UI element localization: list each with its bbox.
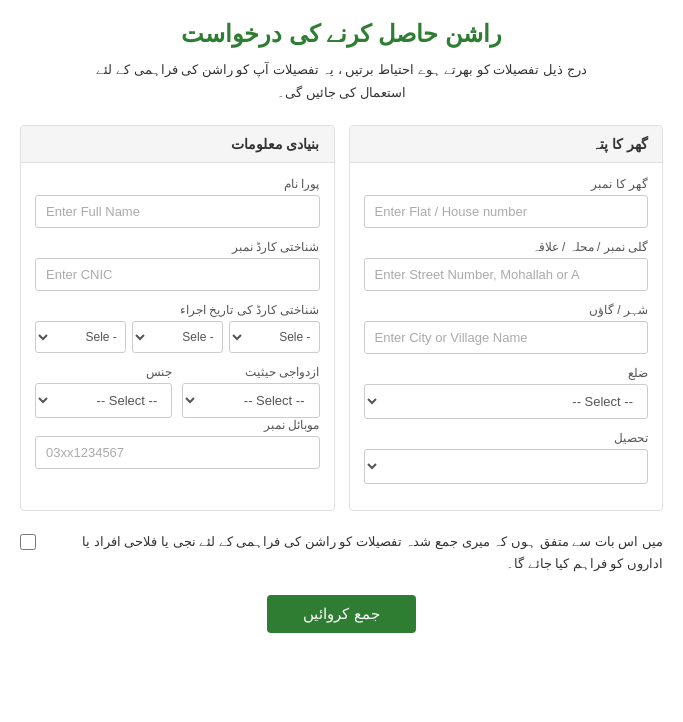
mobile-label: موبائل نمبر [35,418,320,432]
dob-day-select[interactable]: - Sele [229,321,320,353]
mobile-field-group: موبائل نمبر [35,418,320,469]
street-label: گلی نمبر / محلہ / علاقہ [364,240,649,254]
street-input[interactable] [364,258,649,291]
address-card: گھر کا پتہ گھر کا نمبر گلی نمبر / محلہ /… [349,125,664,511]
cnic-input[interactable] [35,258,320,291]
tehsil-select[interactable] [364,449,649,484]
marital-field-group: ازدواجی حیثیت -- Select -- [182,365,319,418]
district-select[interactable]: -- Select -- [364,384,649,419]
consent-checkbox[interactable] [20,534,36,550]
dob-month-select[interactable]: - Sele [132,321,223,353]
gender-select[interactable]: -- Select -- [35,383,172,418]
district-field-group: ضلع -- Select -- [364,366,649,419]
gender-marital-row: ازدواجی حیثیت -- Select -- جنس -- Select… [35,365,320,418]
dob-label: شناختی کارڈ کی تاریخ اجراء [35,303,320,317]
submit-button[interactable]: جمع کروائیں [267,595,415,633]
city-input[interactable] [364,321,649,354]
cnic-field-group: شناختی کارڈ نمبر [35,240,320,291]
tehsil-label: تحصیل [364,431,649,445]
address-card-header: گھر کا پتہ [350,126,663,163]
house-label: گھر کا نمبر [364,177,649,191]
city-label: شہر / گاؤں [364,303,649,317]
district-label: ضلع [364,366,649,380]
city-field-group: شہر / گاؤں [364,303,649,354]
basic-card-header: بنیادی معلومات [21,126,334,163]
street-field-group: گلی نمبر / محلہ / علاقہ [364,240,649,291]
marital-select[interactable]: -- Select -- [182,383,319,418]
basic-card: بنیادی معلومات پورا نام شناختی کارڈ نمبر… [20,125,335,511]
name-label: پورا نام [35,177,320,191]
page-title: راشن حاصل کرنے کی درخواست [20,20,663,48]
date-row: - Sele - Sele - Sele [35,321,320,353]
name-field-group: پورا نام [35,177,320,228]
consent-row: میں اس بات سے متفق ہوں کہ میری جمع شدہ ت… [20,531,663,575]
mobile-input[interactable] [35,436,320,469]
house-input[interactable] [364,195,649,228]
submit-area: جمع کروائیں [20,595,663,633]
dob-field-group: شناختی کارڈ کی تاریخ اجراء - Sele - Sele… [35,303,320,353]
marital-label: ازدواجی حیثیت [182,365,319,379]
dob-year-select[interactable]: - Sele [35,321,126,353]
consent-text: میں اس بات سے متفق ہوں کہ میری جمع شدہ ت… [46,531,663,575]
name-input[interactable] [35,195,320,228]
tehsil-field-group: تحصیل [364,431,649,484]
cnic-label: شناختی کارڈ نمبر [35,240,320,254]
gender-field-group: جنس -- Select -- [35,365,172,418]
gender-label: جنس [35,365,172,379]
main-container: گھر کا پتہ گھر کا نمبر گلی نمبر / محلہ /… [20,125,663,511]
page-subtitle: درج ذیل تفصیلات کو بھرتے ہوے احتیاط برتی… [20,58,663,105]
house-field-group: گھر کا نمبر [364,177,649,228]
